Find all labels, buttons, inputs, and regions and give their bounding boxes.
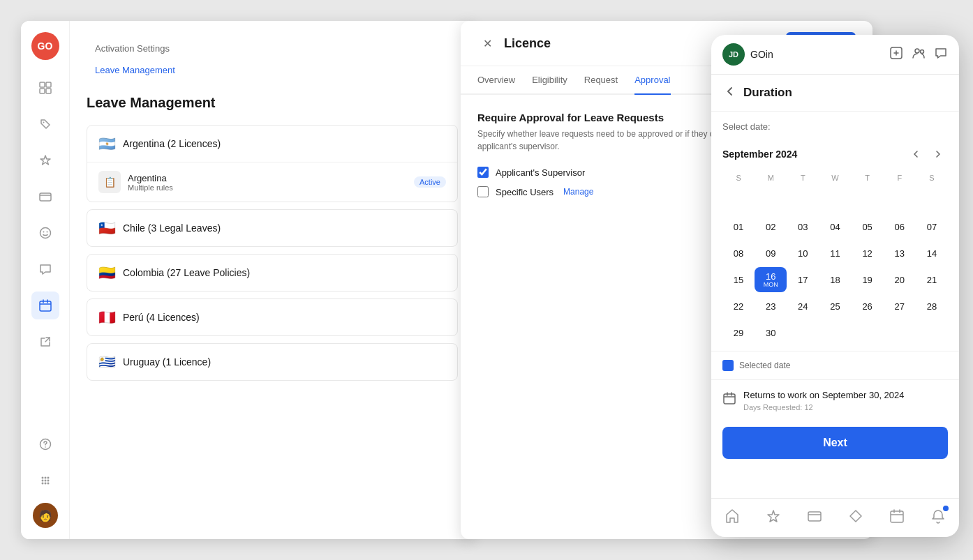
peru-country-item[interactable]: 🇵🇪 Perú (4 Licences) (87, 298, 458, 336)
calendar-day-empty (722, 188, 755, 213)
calendar-week-1 (722, 188, 948, 213)
sidebar-icon-calendar[interactable] (31, 292, 59, 319)
calendar-day-empty (852, 188, 884, 213)
calendar-day-10[interactable]: 10 (787, 241, 819, 266)
calendar-day-14[interactable]: 14 (916, 241, 948, 266)
svg-rect-5 (40, 193, 51, 201)
calendar-day-13[interactable]: 13 (884, 241, 916, 266)
calendar-day-28[interactable]: 28 (916, 294, 948, 319)
phone-nav-bell[interactable] (923, 506, 953, 530)
calendar-day-empty (787, 188, 819, 213)
phone-add-icon[interactable] (889, 46, 903, 63)
tab-approval[interactable]: Approval (634, 66, 670, 95)
phone-chat-icon[interactable] (934, 46, 948, 63)
calendar-day-11[interactable]: 11 (819, 241, 851, 266)
calendar-day-06[interactable]: 06 (884, 214, 916, 239)
sidebar-icon-export[interactable] (31, 328, 59, 356)
svg-point-17 (47, 480, 49, 482)
calendar-day-25[interactable]: 25 (819, 294, 851, 319)
svg-point-23 (921, 50, 924, 54)
phone-user-info: JD GOin (722, 43, 773, 66)
argentina-header[interactable]: 🇦🇷 Argentina (2 Licences) (87, 126, 457, 162)
calendar-week-2: 01 02 03 04 05 06 07 (722, 214, 948, 239)
uruguay-country-name: Uruguay (1 Licence) (123, 356, 211, 368)
calendar-day-08[interactable]: 08 (722, 241, 755, 266)
uruguay-country-item[interactable]: 🇺🇾 Uruguay (1 Licence) (87, 343, 458, 381)
tab-request[interactable]: Request (584, 66, 618, 95)
phone-nav-card[interactable] (800, 506, 829, 530)
argentina-sub-item[interactable]: 📋 Argentina Multiple rules Active (87, 162, 457, 202)
phone-users-icon[interactable] (912, 46, 926, 63)
calendar-day-29[interactable]: 29 (722, 320, 755, 345)
nav-leave-management[interactable]: Leave Management (87, 59, 458, 81)
calendar-day-04[interactable]: 04 (819, 214, 851, 239)
calendar-next-button[interactable] (928, 144, 948, 164)
calendar-header: September 2024 (722, 137, 948, 171)
calendar-day-21[interactable]: 21 (916, 267, 948, 292)
calendar-day-16[interactable]: 16 MON (755, 267, 787, 292)
chile-country-item[interactable]: 🇨🇱 Chile (3 Legal Leaves) (87, 209, 458, 247)
calendar-day-30[interactable]: 30 (755, 320, 787, 345)
calendar-day-24[interactable]: 24 (787, 294, 819, 319)
calendar-day-27[interactable]: 27 (884, 294, 916, 319)
svg-point-22 (915, 49, 919, 53)
calendar-day-12[interactable]: 12 (852, 241, 884, 266)
tab-eligibility[interactable]: Eligibility (532, 66, 567, 95)
calendar-weeks: 01 02 03 04 05 06 07 08 09 10 (722, 188, 948, 345)
duration-panel: Duration Select date: September 2024 (711, 75, 959, 498)
sidebar-apps-icon[interactable] (31, 467, 59, 494)
calendar-day-empty (819, 320, 851, 345)
sidebar-icon-tag[interactable] (31, 110, 59, 138)
phone-bottom-nav (711, 498, 959, 537)
app-logo[interactable]: GO (31, 32, 59, 60)
calendar-day-02[interactable]: 02 (755, 214, 787, 239)
calendar-month: September 2024 (722, 149, 797, 160)
argentina-flag: 🇦🇷 (98, 135, 116, 152)
phone-nav-star[interactable] (759, 506, 788, 530)
calendar-day-03[interactable]: 03 (787, 214, 819, 239)
tab-overview[interactable]: Overview (477, 66, 515, 95)
applicants-supervisor-checkbox[interactable] (477, 167, 489, 178)
svg-rect-0 (40, 82, 45, 87)
specific-users-checkbox[interactable] (477, 186, 489, 197)
sidebar-help-icon[interactable] (31, 430, 59, 458)
calendar-day-09[interactable]: 09 (755, 241, 787, 266)
phone-avatar: JD (722, 43, 745, 66)
calendar-days-header: S M T W T F S (722, 171, 948, 185)
calendar-day-15[interactable]: 15 (722, 267, 755, 292)
calendar-prev-button[interactable] (906, 144, 926, 164)
days-requested: Days Requested: 12 (743, 403, 948, 411)
sidebar-icon-grid[interactable] (31, 74, 59, 102)
calendar-day-18[interactable]: 18 (819, 267, 851, 292)
colombia-country-item[interactable]: 🇨🇴 Colombia (27 Leave Policies) (87, 254, 458, 292)
calendar-day-26[interactable]: 26 (852, 294, 884, 319)
back-button[interactable] (722, 84, 736, 101)
phone-nav-home[interactable] (718, 506, 747, 530)
sidebar-icon-emoji[interactable] (31, 219, 59, 247)
calendar-day-empty (852, 320, 884, 345)
argentina-country-item[interactable]: 🇦🇷 Argentina (2 Licences) 📋 Argentina Mu… (87, 125, 458, 202)
calendar-day-07[interactable]: 07 (916, 214, 948, 239)
phone-nav-calendar[interactable] (882, 506, 912, 530)
sidebar-icons (31, 74, 59, 430)
calendar-day-05[interactable]: 05 (852, 214, 884, 239)
calendar-day-22[interactable]: 22 (722, 294, 755, 319)
calendar-day-20[interactable]: 20 (884, 267, 916, 292)
chile-country-name: Chile (3 Legal Leaves) (123, 222, 221, 234)
sidebar-icon-star[interactable] (31, 146, 59, 174)
modal-title-row: ✕ Licence (477, 33, 551, 53)
sidebar-icon-card[interactable] (31, 183, 59, 211)
next-button[interactable]: Next (722, 427, 948, 459)
user-avatar[interactable]: 🧑 (33, 503, 58, 528)
svg-rect-9 (40, 301, 51, 311)
calendar-day-17[interactable]: 17 (787, 267, 819, 292)
calendar-day-01[interactable]: 01 (722, 214, 755, 239)
nav-activation-settings[interactable]: Activation Settings (87, 38, 458, 59)
manage-link[interactable]: Manage (563, 187, 593, 197)
sidebar-icon-chat[interactable] (31, 255, 59, 283)
close-button[interactable]: ✕ (477, 33, 497, 53)
calendar-day-23[interactable]: 23 (755, 294, 787, 319)
phone-nav-diamond[interactable] (841, 506, 870, 530)
calendar-day-19[interactable]: 19 (852, 267, 884, 292)
day-header-s2: S (916, 171, 948, 185)
